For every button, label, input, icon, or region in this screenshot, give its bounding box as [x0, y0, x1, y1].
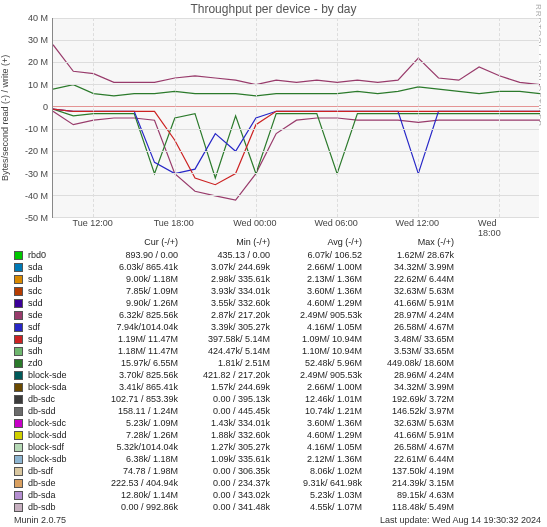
legend-headers: Cur (-/+) Min (-/+) Avg (-/+) Max (-/+) [14, 236, 547, 248]
x-ticks: Tue 12:00Tue 18:00Wed 00:00Wed 06:00Wed … [52, 218, 539, 232]
min-value: 3.93k/ 334.01k [182, 285, 274, 297]
swatch-icon [14, 359, 23, 368]
cur-value: 1.19M/ 11.47M [90, 333, 182, 345]
legend-row: block-sdc5.23k/ 1.09M1.43k/ 334.01k3.60M… [14, 417, 547, 429]
cur-value: 7.85k/ 1.09M [90, 285, 182, 297]
avg-value: 4.16M/ 1.05M [274, 321, 366, 333]
device-name: db-sdd [28, 405, 90, 417]
max-value: 137.50k/ 4.19M [366, 465, 458, 477]
device-name: sdc [28, 285, 90, 297]
legend-row: block-sde3.70k/ 825.56k421.82 / 217.20k2… [14, 369, 547, 381]
cur-value: 3.70k/ 825.56k [90, 369, 182, 381]
swatch-icon [14, 455, 23, 464]
x-tick: Tue 18:00 [154, 218, 194, 228]
plot-svg [53, 18, 540, 218]
swatch-icon [14, 251, 23, 260]
y-tick: -20 M [12, 146, 48, 156]
x-tick: Wed 06:00 [314, 218, 357, 228]
avg-value: 6.07k/ 106.52 [274, 249, 366, 261]
legend-row: sdb9.00k/ 1.18M2.98k/ 335.61k2.13M/ 1.36… [14, 273, 547, 285]
device-name: block-sdd [28, 429, 90, 441]
cur-value: 222.53 / 404.94k [90, 477, 182, 489]
cur-value: 3.41k/ 865.41k [90, 381, 182, 393]
min-value: 424.47k/ 5.14M [182, 345, 274, 357]
min-value: 1.81k/ 2.51M [182, 357, 274, 369]
min-value: 2.98k/ 335.61k [182, 273, 274, 285]
plot-area [52, 18, 539, 218]
y-tick: 40 M [12, 13, 48, 23]
cur-value: 9.00k/ 1.18M [90, 273, 182, 285]
avg-value: 8.06k/ 1.02M [274, 465, 366, 477]
avg-value: 2.49M/ 905.53k [274, 309, 366, 321]
avg-value: 4.60M/ 1.29M [274, 297, 366, 309]
min-value: 0.00 / 234.37k [182, 477, 274, 489]
legend-row: sda6.03k/ 865.41k3.07k/ 244.69k2.66M/ 1.… [14, 261, 547, 273]
legend-row: db-sdc102.71 / 853.39k0.00 / 395.13k12.4… [14, 393, 547, 405]
max-value: 214.39k/ 3.15M [366, 477, 458, 489]
min-value: 421.82 / 217.20k [182, 369, 274, 381]
x-tick: Tue 12:00 [72, 218, 112, 228]
legend-row: sdh1.18M/ 11.47M424.47k/ 5.14M1.10M/ 10.… [14, 345, 547, 357]
legend-row: rbd0893.90 / 0.00435.13 / 0.006.07k/ 106… [14, 249, 547, 261]
max-value: 3.48M/ 33.65M [366, 333, 458, 345]
device-name: sdh [28, 345, 90, 357]
swatch-icon [14, 503, 23, 512]
swatch-icon [14, 335, 23, 344]
min-value: 1.09k/ 335.61k [182, 453, 274, 465]
device-name: db-sda [28, 489, 90, 501]
swatch-icon [14, 287, 23, 296]
max-value: 22.62M/ 6.44M [366, 273, 458, 285]
max-value: 26.58M/ 4.67M [366, 441, 458, 453]
device-name: block-sdf [28, 441, 90, 453]
swatch-icon [14, 491, 23, 500]
y-tick: -30 M [12, 169, 48, 179]
min-value: 1.27k/ 305.27k [182, 441, 274, 453]
cur-value: 6.03k/ 865.41k [90, 261, 182, 273]
x-tick: Wed 00:00 [233, 218, 276, 228]
max-value: 28.96M/ 4.24M [366, 369, 458, 381]
series-sdf_read [53, 109, 540, 174]
swatch-icon [14, 263, 23, 272]
y-tick: 0 [12, 102, 48, 112]
device-name: sde [28, 309, 90, 321]
max-value: 34.32M/ 3.99M [366, 261, 458, 273]
swatch-icon [14, 419, 23, 428]
swatch-icon [14, 311, 23, 320]
series-sde_read [53, 111, 540, 200]
min-value: 0.00 / 343.02k [182, 489, 274, 501]
avg-value: 2.66M/ 1.00M [274, 261, 366, 273]
device-name: sdf [28, 321, 90, 333]
x-tick: Wed 12:00 [396, 218, 439, 228]
cur-value: 74.78 / 1.98M [90, 465, 182, 477]
device-name: rbd0 [28, 249, 90, 261]
device-name: sda [28, 261, 90, 273]
cur-value: 5.23k/ 1.09M [90, 417, 182, 429]
device-name: sdb [28, 273, 90, 285]
avg-value: 2.13M/ 1.36M [274, 273, 366, 285]
chart-title: Throughput per device - by day [0, 0, 547, 18]
max-value: 34.32M/ 3.99M [366, 381, 458, 393]
swatch-icon [14, 299, 23, 308]
legend-row: sdc7.85k/ 1.09M3.93k/ 334.01k3.60M/ 1.36… [14, 285, 547, 297]
avg-value: 1.09M/ 10.94M [274, 333, 366, 345]
max-value: 22.61M/ 6.44M [366, 453, 458, 465]
avg-value: 4.16M/ 1.05M [274, 441, 366, 453]
cur-value: 9.90k/ 1.26M [90, 297, 182, 309]
swatch-icon [14, 275, 23, 284]
max-value: 89.15k/ 4.63M [366, 489, 458, 501]
max-value: 28.97M/ 4.24M [366, 309, 458, 321]
cur-value: 1.18M/ 11.47M [90, 345, 182, 357]
y-tick: -50 M [12, 213, 48, 223]
avg-value: 9.31k/ 641.98k [274, 477, 366, 489]
swatch-icon [14, 347, 23, 356]
swatch-icon [14, 323, 23, 332]
y-tick: 20 M [12, 57, 48, 67]
max-value: 118.48k/ 5.49M [366, 501, 458, 513]
swatch-icon [14, 371, 23, 380]
device-name: block-sdb [28, 453, 90, 465]
munin-version: Munin 2.0.75 [14, 515, 66, 525]
max-value: 32.63M/ 5.63M [366, 417, 458, 429]
min-value: 3.55k/ 332.60k [182, 297, 274, 309]
min-value: 1.88k/ 332.60k [182, 429, 274, 441]
y-axis-label: Bytes/second read (-) / write (+) [0, 18, 14, 218]
